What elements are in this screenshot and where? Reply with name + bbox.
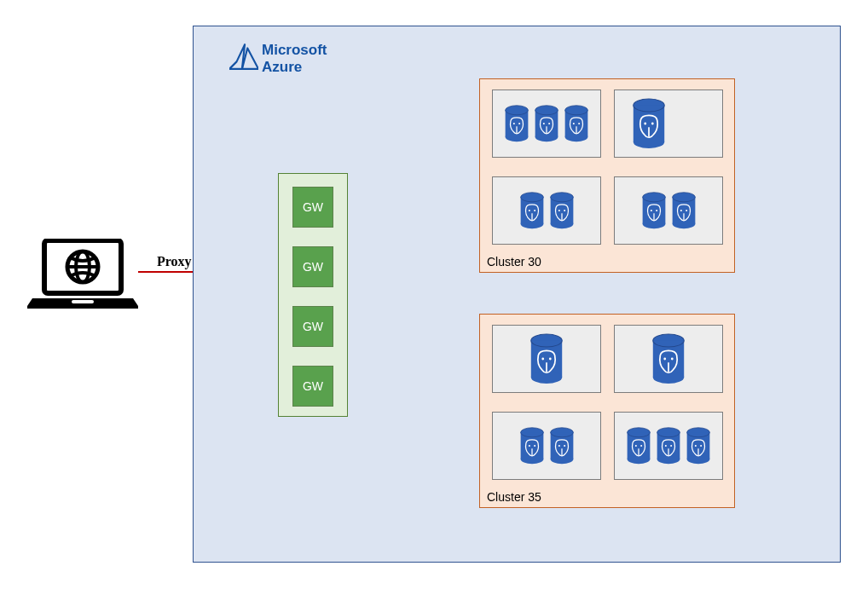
postgres-db-icon <box>533 105 560 142</box>
gateway-node-2: GW <box>292 246 333 287</box>
gateway-label: GW <box>303 260 323 274</box>
gateway-label: GW <box>303 200 323 214</box>
cluster-30-label: Cluster 30 <box>487 255 541 269</box>
postgres-db-icon <box>518 192 546 229</box>
postgres-db-icon <box>650 333 687 384</box>
postgres-db-icon <box>563 105 590 142</box>
c30-vm-3 <box>492 176 601 245</box>
c35-vm-1 <box>492 325 601 393</box>
postgres-db-icon <box>655 427 682 465</box>
postgres-db-icon <box>670 192 697 229</box>
c35-vm-4 <box>614 412 723 480</box>
azure-brand-text: Microsoft Azure <box>262 42 327 75</box>
diagram-canvas: Proxy Microsoft Azure GW GW GW GW <box>0 0 868 589</box>
postgres-db-icon <box>548 192 576 229</box>
brand-top: Microsoft <box>262 42 327 58</box>
postgres-db-icon <box>630 98 668 149</box>
azure-logo-icon <box>229 42 258 74</box>
postgres-db-icon <box>503 105 530 142</box>
gateway-node-3: GW <box>292 306 333 347</box>
postgres-db-icon <box>548 427 576 465</box>
c35-vm-3 <box>492 412 601 480</box>
client-laptop-icon <box>27 239 138 315</box>
postgres-db-icon <box>625 427 652 465</box>
postgres-db-icon <box>518 427 546 465</box>
c30-vm-1 <box>492 90 601 158</box>
postgres-db-icon <box>640 192 668 229</box>
svg-rect-4 <box>72 300 94 303</box>
c30-vm-4 <box>614 176 723 245</box>
cluster-35-label: Cluster 35 <box>487 490 541 504</box>
postgres-db-icon <box>685 427 712 465</box>
gateway-node-4: GW <box>292 366 333 407</box>
brand-bottom: Azure <box>262 59 302 75</box>
gateway-node-1: GW <box>292 187 333 228</box>
gateway-label: GW <box>303 320 323 333</box>
c30-vm-2 <box>614 90 723 158</box>
proxy-label: Proxy <box>157 254 192 269</box>
c35-vm-2 <box>614 325 723 393</box>
gateway-label: GW <box>303 379 323 393</box>
postgres-db-icon <box>528 333 565 384</box>
